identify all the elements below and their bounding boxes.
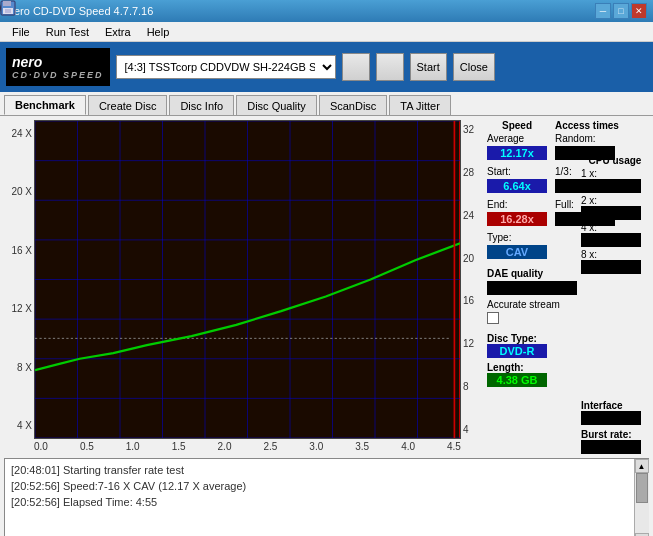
accurate-stream-checkbox[interactable]: [487, 312, 499, 324]
nero-logo-text: nero: [12, 54, 42, 70]
dae-quality-section: DAE quality Accurate stream: [487, 268, 649, 324]
y-axis-right: 32 28 24 20 16 12 8 4: [461, 120, 483, 439]
speed-stats: Speed Average 12.17x Start: 6.64x End: 1…: [487, 120, 547, 259]
start-label: Start:: [487, 166, 547, 177]
cpu-2x-label: 2 x:: [581, 195, 649, 206]
toolbar: nero CD·DVD SPEED [4:3] TSSTcorp CDDVDW …: [0, 42, 653, 92]
scroll-thumb[interactable]: [636, 473, 648, 503]
menu-run-test[interactable]: Run Test: [38, 24, 97, 40]
close-window-button[interactable]: ✕: [631, 3, 647, 19]
tab-benchmark[interactable]: Benchmark: [4, 95, 86, 115]
interface-section: Interface Burst rate:: [581, 400, 649, 454]
title-bar-text: Nero CD-DVD Speed 4.7.7.16: [6, 5, 153, 17]
average-value: 12.17x: [487, 146, 547, 160]
tab-disc-info[interactable]: Disc Info: [169, 95, 234, 115]
cpu-usage-section: CPU usage 1 x: 2 x: 4 x: 8 x:: [581, 155, 649, 274]
log-area: [20:48:01] Starting transfer rate test […: [4, 458, 649, 536]
speed-label: Speed: [487, 120, 547, 131]
log-line-1: [20:48:01] Starting transfer rate test: [11, 462, 628, 478]
random-label: Random:: [555, 133, 619, 144]
tab-disc-quality[interactable]: Disc Quality: [236, 95, 317, 115]
disc-type-value: DVD-R: [487, 344, 547, 358]
y-axis-left: 24 X 20 X 16 X 12 X 8 X 4 X: [4, 120, 34, 439]
end-label: End:: [487, 199, 547, 210]
x-axis: 0.0 0.5 1.0 1.5 2.0 2.5 3.0 3.5 4.0 4.5: [4, 439, 483, 452]
dae-quality-bar: [487, 281, 577, 295]
start-button[interactable]: Start: [410, 53, 447, 81]
maximize-button[interactable]: □: [613, 3, 629, 19]
log-line-2: [20:52:56] Speed:7-16 X CAV (12.17 X ave…: [11, 478, 628, 494]
drive-select[interactable]: [4:3] TSSTcorp CDDVDW SH-224GB SB00: [116, 55, 336, 79]
chart-svg: [35, 121, 460, 438]
tabs-bar: Benchmark Create Disc Disc Info Disc Qua…: [0, 92, 653, 116]
end-value: 16.28x: [487, 212, 547, 226]
scroll-up-button[interactable]: ▲: [635, 459, 649, 473]
nero-logo: nero CD·DVD SPEED: [6, 48, 110, 86]
cpu-1x-box: [581, 179, 641, 193]
length-label: Length:: [487, 362, 649, 373]
length-value: 4.38 GB: [487, 373, 547, 387]
cpu-8x-box: [581, 260, 641, 274]
close-button[interactable]: Close: [453, 53, 495, 81]
right-panel: Speed Average 12.17x Start: 6.64x End: 1…: [483, 116, 653, 456]
title-bar: Nero CD-DVD Speed 4.7.7.16 ─ □ ✕: [0, 0, 653, 22]
disc-info-section: Disc Type: DVD-R Length: 4.38 GB: [487, 333, 649, 387]
tab-ta-jitter[interactable]: TA Jitter: [389, 95, 451, 115]
log-line-3: [20:52:56] Elapsed Time: 4:55: [11, 494, 628, 510]
menu-bar: File Run Test Extra Help: [0, 22, 653, 42]
start-value: 6.64x: [487, 179, 547, 193]
type-label: Type:: [487, 232, 547, 243]
interface-label: Interface: [581, 400, 649, 411]
cpu-8x-label: 8 x:: [581, 249, 649, 260]
cpu-4x-box: [581, 233, 641, 247]
burst-rate-value-box: [581, 440, 641, 454]
tab-create-disc[interactable]: Create Disc: [88, 95, 167, 115]
average-label: Average: [487, 133, 547, 144]
svg-rect-1: [3, 1, 11, 6]
access-times-title: Access times: [555, 120, 619, 131]
type-value: CAV: [487, 245, 547, 259]
refresh-button[interactable]: [342, 53, 370, 81]
title-bar-controls: ─ □ ✕: [595, 3, 647, 19]
menu-help[interactable]: Help: [139, 24, 178, 40]
scroll-track: [635, 473, 649, 533]
svg-rect-3: [5, 9, 11, 13]
main-content: 24 X 20 X 16 X 12 X 8 X 4 X: [0, 116, 653, 456]
menu-extra[interactable]: Extra: [97, 24, 139, 40]
minimize-button[interactable]: ─: [595, 3, 611, 19]
cpu-2x-box: [581, 206, 641, 220]
accurate-stream-checkbox-row: [487, 312, 649, 324]
menu-file[interactable]: File: [4, 24, 38, 40]
cpu-1x-label: 1 x:: [581, 168, 649, 179]
disc-type-label: Disc Type:: [487, 333, 649, 344]
interface-value-box: [581, 411, 641, 425]
log-scrollbar: ▲ ▼: [634, 459, 648, 536]
burst-rate-label: Burst rate:: [581, 429, 649, 440]
log-content: [20:48:01] Starting transfer rate test […: [5, 459, 634, 536]
nero-product-text: CD·DVD SPEED: [12, 70, 104, 80]
tab-scan-disc[interactable]: ScanDisc: [319, 95, 387, 115]
cpu-usage-title: CPU usage: [581, 155, 649, 166]
accurate-stream-label: Accurate stream: [487, 299, 649, 310]
cpu-4x-label: 4 x:: [581, 222, 649, 233]
save-button[interactable]: [376, 53, 404, 81]
